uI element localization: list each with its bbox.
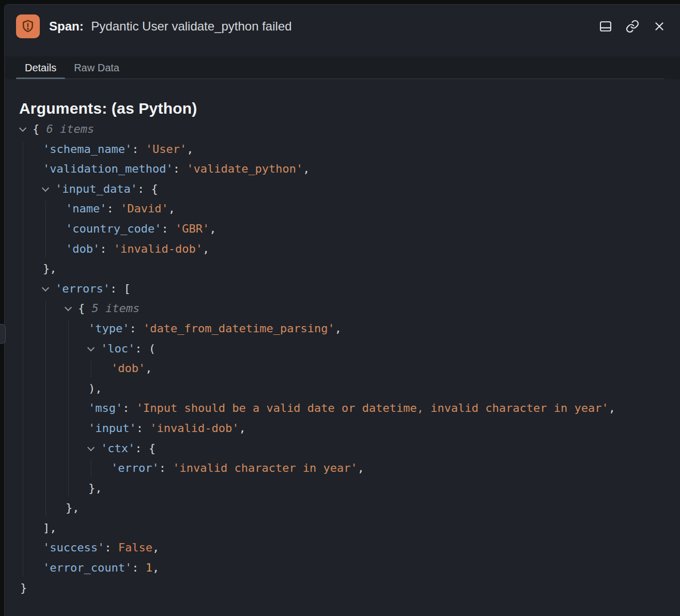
json-token: , <box>609 402 615 414</box>
json-token: : <box>106 202 120 215</box>
json-line: ], <box>5 518 680 538</box>
json-token: 'User' <box>146 143 187 156</box>
dock-panel-icon <box>598 19 613 34</box>
collapse-chevron-icon[interactable] <box>66 299 78 319</box>
indent-guide <box>45 201 46 257</box>
json-line: 'ctx': { <box>5 439 680 459</box>
collapse-chevron-icon[interactable] <box>88 439 101 459</box>
json-token: 'input' <box>88 422 136 435</box>
json-token: 'name' <box>66 202 106 215</box>
json-token: , <box>152 561 159 574</box>
indent-guide <box>91 360 91 377</box>
json-line: }, <box>5 498 680 518</box>
collapse-chevron-icon[interactable] <box>88 339 101 359</box>
json-line: { 5 items <box>5 299 680 319</box>
indent-guide <box>68 320 69 497</box>
json-tree: { 6 items'schema_name': 'User','validati… <box>5 119 680 598</box>
json-token: , <box>209 222 216 235</box>
json-line: 'msg': 'Input should be a valid date or … <box>5 398 680 419</box>
tabs: Details Raw Data <box>5 56 680 79</box>
json-line: 'input_data': { <box>5 179 680 199</box>
json-token: }, <box>66 501 80 514</box>
json-token: 'validation_method' <box>43 162 173 175</box>
collapse-chevron-icon[interactable] <box>43 179 55 199</box>
json-token: 5 items <box>92 302 140 315</box>
json-token: 'input_data' <box>55 182 137 195</box>
tab-raw-data[interactable]: Raw Data <box>65 56 128 79</box>
json-token: : [ <box>110 282 131 295</box>
json-token: , <box>335 322 342 335</box>
indent-guide <box>91 460 91 477</box>
json-token: } <box>20 581 27 594</box>
json-line: 'error_count': 1, <box>5 558 680 578</box>
json-token: : ( <box>135 342 156 355</box>
json-line: 'loc': ( <box>5 339 680 359</box>
json-token: 'GBR' <box>175 222 209 235</box>
json-token: ], <box>43 521 57 534</box>
json-token: 'loc' <box>101 342 135 355</box>
json-token: , <box>203 242 209 255</box>
json-token: , <box>168 202 175 215</box>
json-token: , <box>358 461 364 474</box>
details-content: Arguments: (as Python) { 6 items'schema_… <box>5 100 680 598</box>
collapse-chevron-icon[interactable] <box>20 119 33 140</box>
json-token: , <box>303 162 310 175</box>
json-line: 'input': 'invalid-dob', <box>5 419 680 439</box>
json-token: : <box>104 541 118 554</box>
json-line: 'success': False, <box>5 538 680 558</box>
json-line: 'country_code': 'GBR', <box>5 219 680 239</box>
json-token: }, <box>88 482 102 495</box>
json-line: 'name': 'David', <box>5 199 680 219</box>
close-icon <box>653 20 666 33</box>
json-token: : <box>136 422 150 435</box>
span-detail-panel: Span: Pydantic User validate_python fail… <box>4 4 680 616</box>
collapse-chevron-icon[interactable] <box>43 279 55 299</box>
panel-title: Span: Pydantic User validate_python fail… <box>49 19 597 34</box>
panel-resize-handle[interactable] <box>0 324 6 344</box>
json-token: False <box>118 541 152 554</box>
json-token: 1 <box>146 561 152 574</box>
json-token: : <box>100 242 114 255</box>
close-button[interactable] <box>651 18 668 35</box>
json-line: }, <box>5 479 680 499</box>
json-token: , <box>152 541 159 554</box>
json-token: , <box>145 362 152 375</box>
json-token: 'validate_python' <box>187 162 303 175</box>
panel-header: Span: Pydantic User validate_python fail… <box>5 5 680 48</box>
json-token: 'invalid character in year' <box>173 461 358 474</box>
json-line: 'error': 'invalid character in year', <box>5 458 680 479</box>
span-label: Span: <box>49 19 84 33</box>
json-token: 'schema_name' <box>43 143 132 156</box>
json-token: , <box>239 422 245 435</box>
json-token: 6 items <box>47 122 95 135</box>
json-line: } <box>5 578 680 598</box>
tab-details[interactable]: Details <box>16 56 65 79</box>
json-token: 'invalid-dob' <box>150 422 239 435</box>
link-icon <box>625 19 640 34</box>
copy-link-button[interactable] <box>624 18 641 35</box>
json-token: 'ctx' <box>101 442 135 455</box>
json-line: }, <box>5 259 680 279</box>
arguments-heading: Arguments: (as Python) <box>19 100 680 117</box>
json-line: { 6 items <box>5 119 680 140</box>
json-token: }, <box>43 262 57 275</box>
span-title-text: Pydantic User validate_python failed <box>91 19 291 33</box>
json-token: : <box>129 322 143 335</box>
json-token: ), <box>88 382 102 395</box>
json-token: : { <box>135 442 156 455</box>
indent-guide <box>45 300 46 517</box>
dock-panel-button[interactable] <box>597 18 614 35</box>
json-token: : { <box>137 182 158 195</box>
json-token: 'Input should be a valid date or datetim… <box>136 402 609 414</box>
json-token: : <box>122 402 136 414</box>
json-token: 'msg' <box>88 402 122 414</box>
json-token: 'David' <box>120 202 168 215</box>
json-token: 'dob' <box>111 362 145 375</box>
json-line: 'dob', <box>5 359 680 379</box>
json-line: 'schema_name': 'User', <box>5 140 680 160</box>
json-token: 'type' <box>88 322 129 335</box>
json-line: ), <box>5 379 680 399</box>
json-token: 'country_code' <box>66 222 161 235</box>
json-line: 'errors': [ <box>5 279 680 299</box>
json-token: , <box>187 143 193 156</box>
